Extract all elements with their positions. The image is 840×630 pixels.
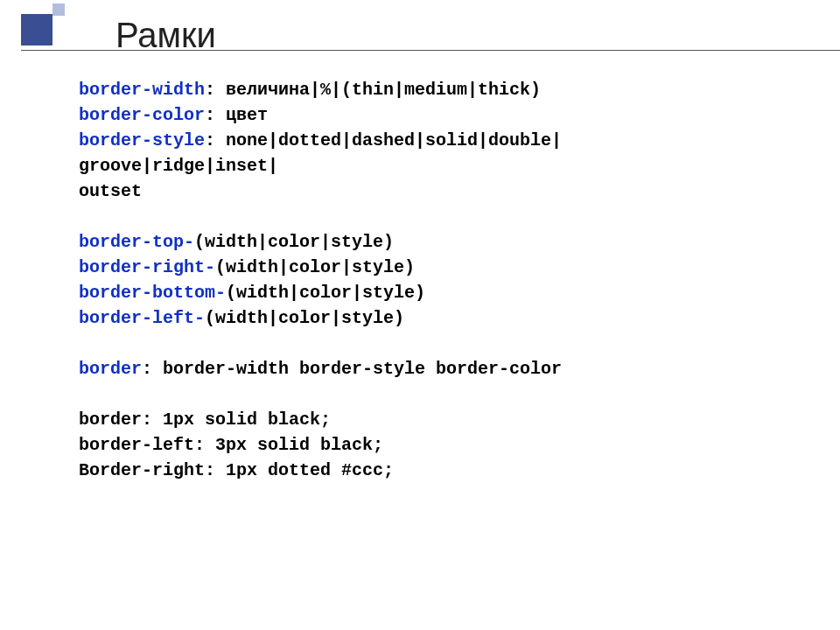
code-line: border-style: none|dotted|dashed|solid|d… bbox=[79, 128, 562, 153]
code-line bbox=[79, 204, 562, 229]
code-text: : border-width border-style border-color bbox=[142, 359, 562, 379]
slide-title: Рамки bbox=[116, 16, 216, 55]
code-line: border-left: 3px solid black; bbox=[79, 432, 562, 458]
code-line: border: border-width border-style border… bbox=[79, 356, 562, 382]
code-text: groove|ridge|inset| bbox=[79, 156, 278, 176]
code-text: Border-right: 1px dotted #ccc; bbox=[79, 460, 394, 480]
code-text: : величина|%|(thin|medium|thick) bbox=[205, 80, 541, 100]
code-line: groove|ridge|inset| bbox=[79, 153, 562, 178]
code-line: border-bottom-(width|color|style) bbox=[79, 280, 562, 305]
code-line bbox=[79, 331, 562, 356]
code-text: border: 1px solid black; bbox=[79, 410, 331, 430]
css-keyword: border-left- bbox=[79, 308, 205, 328]
decor-block bbox=[12, 0, 65, 74]
css-keyword: border-top- bbox=[79, 232, 194, 252]
code-text: (width|color|style) bbox=[215, 257, 415, 277]
css-keyword: border bbox=[79, 359, 142, 379]
decor-square-large bbox=[21, 14, 52, 46]
code-line: border-width: величина|%|(thin|medium|th… bbox=[79, 77, 562, 102]
code-text: : цвет bbox=[205, 105, 268, 125]
code-line: border: 1px solid black; bbox=[79, 407, 562, 432]
code-line: Border-right: 1px dotted #ccc; bbox=[79, 458, 562, 483]
code-line: border-right-(width|color|style) bbox=[79, 255, 562, 280]
code-line: border-left-(width|color|style) bbox=[79, 305, 562, 331]
code-body: border-width: величина|%|(thin|medium|th… bbox=[79, 77, 562, 483]
code-text: (width|color|style) bbox=[194, 232, 394, 252]
css-keyword: border-width bbox=[79, 80, 205, 100]
code-text: (width|color|style) bbox=[226, 283, 425, 303]
css-keyword: border-style bbox=[79, 130, 205, 150]
code-text: border-left: 3px solid black; bbox=[79, 435, 383, 455]
code-text: : none|dotted|dashed|solid|double| bbox=[205, 130, 562, 150]
decor-square-small bbox=[52, 4, 65, 16]
slide: Рамки border-width: величина|%|(thin|med… bbox=[0, 0, 840, 630]
code-line: border-top-(width|color|style) bbox=[79, 229, 562, 255]
code-line: outset bbox=[79, 178, 562, 204]
css-keyword: border-right- bbox=[79, 257, 215, 277]
code-text: (width|color|style) bbox=[205, 308, 404, 328]
css-keyword: border-bottom- bbox=[79, 283, 226, 303]
code-line: border-color: цвет bbox=[79, 102, 562, 128]
code-line bbox=[79, 382, 562, 407]
css-keyword: border-color bbox=[79, 105, 205, 125]
code-text: outset bbox=[79, 181, 142, 201]
